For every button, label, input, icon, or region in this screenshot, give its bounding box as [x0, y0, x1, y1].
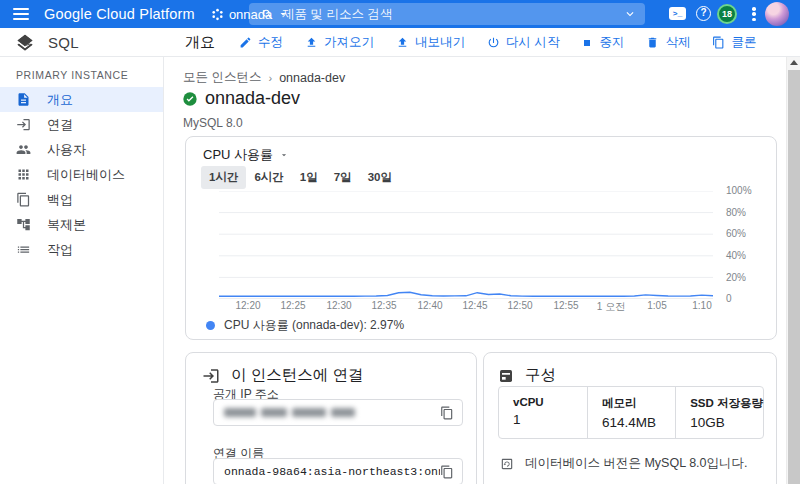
- connections-icon: [16, 117, 31, 132]
- public-ip-field[interactable]: [213, 399, 463, 426]
- restart-button[interactable]: 다시 시작: [487, 34, 559, 51]
- range-tab-6h[interactable]: 6시간: [246, 166, 291, 189]
- y-tick: 40%: [726, 250, 746, 261]
- gcp-console: Google Cloud Platform onnada >_ ? 18: [0, 0, 800, 484]
- breadcrumb-all-instances[interactable]: 모든 인스턴스: [183, 69, 261, 86]
- connect-card-title: 이 인스턴스에 연결: [231, 365, 364, 386]
- copy-connection-name-button[interactable]: [440, 465, 454, 479]
- range-tab-30d[interactable]: 30일: [360, 166, 400, 189]
- y-tick: 20%: [726, 272, 746, 283]
- databases-icon: [16, 167, 31, 182]
- cloud-sql-icon: [15, 33, 35, 53]
- range-tab-1h[interactable]: 1시간: [201, 166, 246, 189]
- sidebar-item-replicas[interactable]: 복제본: [0, 212, 163, 237]
- status-ok-icon: [182, 91, 198, 107]
- x-tick: 1:05: [647, 300, 666, 311]
- import-button[interactable]: 가져오기: [305, 34, 374, 51]
- db-version-text: 데이터베이스 버전은 MySQL 8.0입니다.: [525, 455, 747, 472]
- edit-button[interactable]: 수정: [239, 34, 283, 51]
- connection-name-field[interactable]: onnada-98a64:asia-northeast3:onnada-dev: [213, 458, 463, 484]
- replicas-icon: [16, 217, 31, 232]
- range-tab-7d[interactable]: 7일: [326, 166, 360, 189]
- cloud-shell-icon[interactable]: >_: [669, 7, 686, 20]
- copy-icon: [440, 465, 454, 479]
- help-icon[interactable]: ?: [696, 6, 711, 21]
- chevron-down-icon: [279, 150, 289, 160]
- search-input[interactable]: [282, 7, 623, 21]
- x-tick: 12:35: [371, 300, 396, 311]
- edit-icon: [239, 36, 252, 49]
- stop-button[interactable]: 중지: [581, 34, 624, 51]
- sql-product-label: SQL: [48, 34, 79, 51]
- y-tick: 60%: [726, 228, 746, 239]
- sidebar-item-connections[interactable]: 연결: [0, 112, 163, 137]
- notifications-badge[interactable]: 18: [717, 4, 737, 24]
- spec-storage: SSD 저장용량 10GB: [675, 387, 763, 438]
- breadcrumb-current: onnada-dev: [279, 71, 345, 85]
- breadcrumb-separator-icon: ›: [268, 72, 272, 84]
- breadcrumb: 모든 인스턴스 › onnada-dev: [183, 69, 345, 86]
- delete-icon: [646, 36, 659, 49]
- restart-icon: [487, 36, 500, 49]
- copy-ip-button[interactable]: [440, 406, 454, 420]
- db-engine-label: MySQL 8.0: [183, 116, 243, 130]
- search-bar[interactable]: [249, 3, 645, 25]
- backups-icon: [16, 192, 31, 207]
- instance-toolbar: 개요 수정 가져오기 내보내기 다시 시작 중지: [185, 28, 778, 57]
- sidebar-item-operations[interactable]: 작업: [0, 237, 163, 262]
- connect-icon: [202, 367, 220, 385]
- sidebar-item-backups[interactable]: 백업: [0, 187, 163, 212]
- spec-vcpu: vCPU 1: [499, 387, 587, 438]
- copy-icon: [440, 406, 454, 420]
- export-icon: [396, 36, 409, 49]
- scroll-up-icon[interactable]: [790, 60, 798, 65]
- legend-dot-icon: [206, 321, 215, 330]
- overview-icon: [16, 92, 31, 107]
- top-app-bar: Google Cloud Platform onnada >_ ? 18: [0, 0, 800, 28]
- import-icon: [305, 36, 318, 49]
- export-button[interactable]: 내보내기: [396, 34, 465, 51]
- config-card: 구성 vCPU 1 메모리 614.4MB SSD 저장용량 10GB 데이터베…: [483, 352, 777, 484]
- scrollbar-thumb[interactable]: [788, 70, 800, 484]
- y-tick: 100%: [726, 185, 752, 196]
- y-tick: 0: [726, 293, 732, 304]
- operations-icon: [16, 242, 31, 257]
- toolbar-page-title: 개요: [185, 33, 215, 52]
- gcp-logo[interactable]: Google Cloud Platform: [44, 6, 195, 22]
- scrollbar[interactable]: [786, 57, 800, 484]
- db-version-note: 데이터베이스 버전은 MySQL 8.0입니다.: [500, 455, 747, 472]
- legend-label: CPU 사용률 (onnada-dev): 2.97%: [224, 317, 404, 334]
- metric-selector[interactable]: CPU 사용률: [203, 146, 289, 164]
- sub-header: SQL 개요 수정 가져오기 내보내기 다시 시작 중지: [0, 28, 800, 57]
- config-card-title: 구성: [525, 365, 556, 386]
- x-tick: 12:25: [280, 300, 305, 311]
- search-expand-icon[interactable]: [623, 7, 637, 21]
- sidebar-item-overview[interactable]: 개요: [0, 87, 163, 112]
- config-icon: [498, 368, 514, 384]
- search-icon: [261, 8, 274, 21]
- metrics-card: CPU 사용률 1시간 6시간 1일 7일 30일 100% 80% 60% 4…: [185, 136, 777, 340]
- x-tick: 1:10: [692, 300, 711, 311]
- range-tab-1d[interactable]: 1일: [292, 166, 326, 189]
- x-tick: 12:30: [326, 300, 351, 311]
- more-options-icon[interactable]: [749, 5, 759, 23]
- clone-icon: [712, 36, 725, 49]
- sidebar-item-users[interactable]: 사용자: [0, 137, 163, 162]
- delete-button[interactable]: 삭제: [646, 34, 690, 51]
- x-tick: 12:55: [553, 300, 578, 311]
- stop-icon: [581, 37, 593, 49]
- chart-legend: CPU 사용률 (onnada-dev): 2.97%: [206, 317, 404, 334]
- sidebar-section-label: PRIMARY INSTANCE: [16, 69, 163, 81]
- project-icon: [211, 8, 224, 21]
- menu-icon[interactable]: [13, 8, 29, 20]
- sidebar-item-databases[interactable]: 데이터베이스: [0, 162, 163, 187]
- db-version-icon: [500, 457, 514, 471]
- clone-button[interactable]: 클론: [712, 34, 756, 51]
- x-tick: 1 오전: [597, 300, 625, 314]
- x-tick: 12:40: [417, 300, 442, 311]
- spec-summary: vCPU 1 메모리 614.4MB SSD 저장용량 10GB: [498, 386, 764, 439]
- connect-card: 이 인스턴스에 연결 공개 IP 주소 연결 이름 onnada-98a64:a…: [185, 352, 477, 484]
- spec-memory: 메모리 614.4MB: [587, 387, 675, 438]
- sidebar: PRIMARY INSTANCE 개요 연결 사용자 데이터베이스 백업 복제본…: [0, 57, 164, 484]
- avatar[interactable]: [765, 2, 789, 26]
